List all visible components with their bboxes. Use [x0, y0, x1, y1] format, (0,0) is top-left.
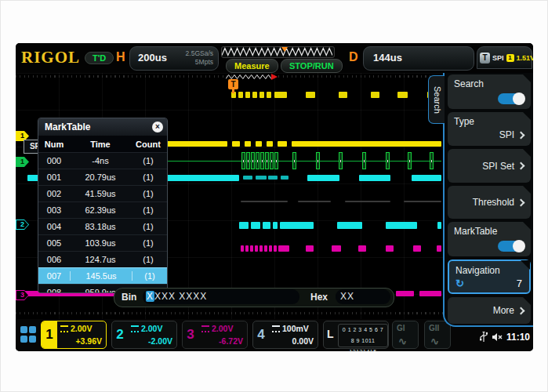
marktable-titlebar[interactable]: MarkTable ×: [38, 118, 167, 136]
ch3-block-row: [241, 245, 244, 252]
marktable-cell: (1): [131, 222, 165, 231]
dim-activity-row: [404, 201, 441, 202]
ch2-band: [307, 175, 339, 181]
ch1-main-band: [267, 141, 273, 147]
channel4-box[interactable]: 4 100mV 0.00V: [252, 321, 318, 349]
marktable-row[interactable]: 000-4ns(1): [38, 152, 167, 169]
chevron-right-icon: [517, 162, 525, 170]
burst-center-mark: [257, 160, 258, 162]
delay-d-label: D: [349, 50, 358, 64]
timebase-box[interactable]: 200us 2.5GSa/s5Mpts: [129, 46, 219, 71]
ch1-burst-row: [252, 92, 257, 98]
ch3-block-row: [332, 245, 341, 252]
sine-wave-icon: ∿: [398, 336, 407, 347]
horizontal-position-overview[interactable]: [221, 46, 335, 58]
oscilloscope-screen: RIGOL T'D H 200us 2.5GSa/s5Mpts Measure …: [16, 43, 533, 351]
timebase-value: 200us: [138, 52, 167, 64]
channel1-box[interactable]: 1 2.00V +3.96V: [41, 321, 107, 349]
menu-grid-button[interactable]: [20, 326, 38, 343]
green-clock-burst: [246, 152, 250, 169]
trigger-level: 1.51V: [517, 54, 533, 62]
generator2-button[interactable]: GII ∿: [424, 321, 451, 349]
search-menu-tab[interactable]: Search: [428, 75, 445, 124]
channel2-number: 2: [112, 321, 128, 348]
measure-button[interactable]: Measure: [226, 59, 278, 73]
marktable-col-count: Count: [131, 140, 165, 149]
ch2-band: [166, 175, 239, 181]
search-toggle[interactable]: [498, 93, 524, 104]
logic-channels-box[interactable]: L 0 1 2 3 4 5 6 78 9 1011 12131415: [323, 321, 389, 349]
marktable-row[interactable]: 00241.59us(1): [38, 185, 167, 201]
screenshot-page: RIGOL T'D H 200us 2.5GSa/s5Mpts Measure …: [0, 0, 548, 392]
green-clock-burst: [292, 152, 296, 169]
ch1-main-band: [278, 141, 287, 147]
marktable-row[interactable]: 00483.18us(1): [38, 218, 167, 234]
ch1-burst-row: [274, 92, 287, 98]
bin-value: XXXX XXXX: [143, 289, 299, 304]
delay-box[interactable]: 144us: [363, 46, 474, 71]
burst-center-mark: [431, 160, 432, 162]
menu-item-type[interactable]: Type SPI: [448, 112, 531, 146]
ch2-band-fuzz: [243, 176, 252, 180]
status-row: 11:10: [480, 332, 530, 343]
marktable-row[interactable]: 006124.7us(1): [38, 251, 167, 267]
marktable-cell: 004: [38, 222, 70, 231]
marktable-col-time: Time: [70, 140, 131, 149]
marktable-cell: 103.9us: [70, 238, 131, 248]
ch3-block-row: [274, 245, 277, 252]
usb-icon: [480, 332, 488, 343]
ch2-block-row: [263, 222, 270, 229]
close-icon[interactable]: ×: [152, 122, 163, 132]
ch3-block-row: [245, 245, 249, 252]
channel2-tag[interactable]: 2: [16, 220, 29, 230]
channel3-box[interactable]: 3 2.00V -6.72V: [182, 321, 248, 349]
ch2-band-fuzz: [268, 176, 278, 180]
trigger-time-flag[interactable]: T: [228, 79, 238, 89]
green-clock-burst: [256, 152, 259, 169]
green-clock-burst: [386, 152, 390, 169]
generator1-button[interactable]: GI ∿: [392, 321, 419, 349]
ch1-burst-row: [397, 92, 408, 98]
ch1-burst-row: [371, 92, 379, 98]
green-clock-burst: [274, 152, 278, 169]
menu-item-more[interactable]: More: [448, 297, 531, 324]
ch1-burst-row: [238, 92, 243, 98]
bus-decode-bar: Bin XXXX XXXX Hex XX: [114, 288, 394, 307]
menu-item-navigation[interactable]: Navigation ↻ 7: [448, 260, 531, 294]
burst-center-mark: [364, 160, 365, 162]
marktable-row[interactable]: 00120.79us(1): [38, 169, 167, 185]
marktable-row[interactable]: 007145.5us(1): [38, 267, 167, 284]
toggle-knob-icon: [513, 93, 525, 105]
menu-item-search[interactable]: Search: [448, 74, 531, 109]
trigger-source-badge: 1: [506, 54, 514, 62]
marktable-row[interactable]: 005103.9us(1): [38, 234, 167, 251]
menu-item-threshold[interactable]: Threshold: [448, 186, 531, 219]
green-clock-burst: [251, 152, 255, 169]
ch1-burst-row: [259, 92, 264, 98]
burst-center-mark: [387, 160, 388, 162]
menu-item-marktable[interactable]: MarkTable: [448, 222, 531, 256]
channel3-number: 3: [183, 321, 198, 348]
toggle-knob-icon: [513, 240, 525, 252]
horizontal-h-label: H: [116, 50, 125, 64]
logic-l-label: L: [327, 328, 334, 340]
navigation-value: 7: [517, 278, 522, 289]
marktable-row[interactable]: 00362.39us(1): [38, 201, 167, 218]
channel2-box[interactable]: 2 2.00V -2.00V: [111, 321, 177, 349]
stop-run-button[interactable]: STOP/RUN: [281, 59, 343, 73]
burst-center-mark: [276, 160, 277, 162]
green-clock-burst: [408, 152, 412, 169]
ch2-block-row: [337, 222, 362, 229]
menu-item-spi-set[interactable]: SPI Set: [448, 149, 531, 183]
ch2-block-row: [386, 222, 417, 229]
trigger-type: SPI: [492, 54, 504, 62]
ch1-burst-row: [339, 92, 347, 98]
green-channel-tag[interactable]: 1: [16, 157, 29, 167]
marktable-cell: 62.39us: [70, 205, 131, 215]
ch1-main-band: [232, 141, 240, 147]
marktable-toggle[interactable]: [498, 241, 524, 252]
trigger-group[interactable]: T SPI 1 1.51V N: [477, 46, 532, 69]
marktable-cell: 145.5us: [70, 271, 132, 281]
channel2-scale: 2.00V: [141, 324, 162, 333]
sine-wave-icon: ∿: [430, 336, 439, 347]
